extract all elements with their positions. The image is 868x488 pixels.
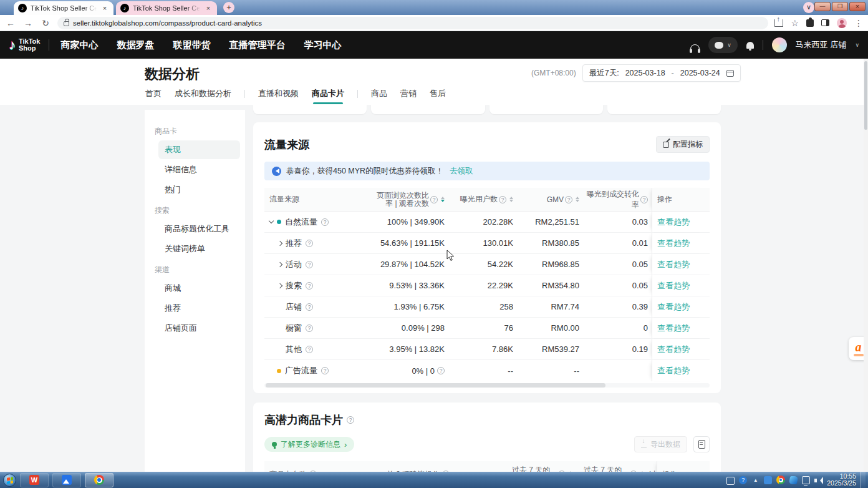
tray-app-icon[interactable]: [764, 476, 772, 484]
help-icon[interactable]: [437, 367, 445, 374]
view-trend-link[interactable]: 查看趋势: [657, 280, 690, 291]
browser-tab-2[interactable]: ♪ TikTok Shop Seller Center | Cr: [116, 1, 217, 15]
help-icon[interactable]: [430, 196, 438, 203]
help-icon[interactable]: [565, 196, 572, 203]
close-tab-icon[interactable]: [100, 4, 109, 12]
tab-aftersale[interactable]: 售后: [430, 88, 446, 104]
browser-profile-avatar[interactable]: [837, 18, 847, 28]
view-trend-link[interactable]: 查看趋势: [657, 238, 690, 249]
topnav-item-seller-center[interactable]: 商家中心: [60, 39, 98, 51]
chevron-right-icon: [344, 440, 347, 449]
tab-live-video[interactable]: 直播和视频: [258, 88, 299, 104]
configure-metrics-button[interactable]: 配置指标: [656, 136, 710, 153]
tab-product-card[interactable]: 商品卡片: [312, 88, 344, 104]
help-icon[interactable]: [306, 346, 313, 353]
tab-products[interactable]: 商品: [371, 88, 387, 104]
shop-name[interactable]: 马来西亚 店铺: [796, 39, 847, 51]
expand-chevron-icon[interactable]: [277, 240, 282, 245]
reload-icon[interactable]: [40, 18, 51, 28]
tab-home[interactable]: 首页: [145, 88, 162, 104]
tab-search-chevron-icon[interactable]: [803, 2, 814, 13]
tray-chrome-icon[interactable]: [776, 476, 785, 484]
sidebar-item-details[interactable]: 详细信息: [158, 160, 240, 179]
minimize-button[interactable]: [814, 2, 831, 11]
topnav-item-academy[interactable]: 学习中心: [304, 39, 341, 51]
report-doc-button[interactable]: [693, 436, 710, 452]
tray-swoosh-icon[interactable]: [789, 476, 799, 484]
expand-chevron-icon[interactable]: [277, 283, 282, 288]
sidebar-item-trending[interactable]: 热门: [158, 180, 240, 199]
horizontal-scrollbar[interactable]: [264, 383, 710, 388]
notifications-bell-icon[interactable]: [746, 42, 754, 49]
view-trend-link[interactable]: 查看趋势: [657, 259, 690, 270]
scrollbar-thumb[interactable]: [864, 61, 867, 130]
url-bar[interactable]: seller.tiktokglobalshop.com/compass/prod…: [57, 17, 768, 29]
expand-chevron-icon[interactable]: [277, 261, 282, 266]
help-icon[interactable]: [321, 218, 329, 226]
claim-coupon-link[interactable]: 去领取: [450, 166, 473, 177]
tray-help-icon[interactable]: [739, 476, 747, 484]
chevron-down-icon[interactable]: [855, 42, 859, 48]
maximize-button[interactable]: [832, 2, 848, 11]
view-trend-link[interactable]: 查看趋势: [657, 344, 690, 355]
sidebar-item-shop-page[interactable]: 店铺页面: [158, 319, 240, 338]
new-tab-button[interactable]: [223, 2, 234, 13]
help-icon[interactable]: [499, 196, 506, 203]
topnav-item-affiliate[interactable]: 联盟带货: [173, 39, 210, 51]
taskbar-chrome-button[interactable]: [85, 473, 113, 487]
bookmark-star-icon[interactable]: [791, 18, 799, 28]
help-icon[interactable]: [306, 261, 313, 268]
help-icon[interactable]: [640, 196, 648, 203]
view-trend-link[interactable]: 查看趋势: [657, 323, 690, 334]
start-button[interactable]: [3, 474, 16, 487]
shop-avatar[interactable]: [772, 37, 787, 52]
view-trend-link[interactable]: 查看趋势: [657, 365, 690, 376]
scrollbar-thumb[interactable]: [266, 383, 605, 388]
tab-marketing[interactable]: 营销: [400, 88, 417, 104]
sort-icon[interactable]: [509, 197, 513, 203]
diagnosis-info-link[interactable]: 了解更多诊断信息: [264, 437, 354, 452]
help-icon[interactable]: [306, 325, 313, 332]
tray-network-icon[interactable]: [802, 476, 810, 484]
share-icon[interactable]: [774, 19, 783, 27]
sort-icon[interactable]: [441, 197, 445, 203]
sidebar-item-title-optimizer[interactable]: 商品标题优化工具: [158, 220, 240, 238]
close-button[interactable]: [849, 2, 866, 11]
sidebar-item-performance[interactable]: 表现: [158, 140, 240, 159]
back-icon[interactable]: [5, 18, 16, 28]
help-icon[interactable]: [306, 282, 313, 290]
browser-menu-icon[interactable]: [854, 18, 863, 28]
show-desktop-button[interactable]: [861, 472, 866, 488]
page-scrollbar[interactable]: [864, 59, 868, 472]
system-tray: 10:55 2025/3/25: [726, 472, 867, 488]
date-range-picker[interactable]: 最近7天: 2025-03-18 - 2025-03-24: [582, 64, 741, 82]
view-trend-link[interactable]: 查看趋势: [657, 301, 690, 313]
close-tab-icon[interactable]: [204, 4, 213, 12]
help-icon[interactable]: [306, 240, 313, 247]
topnav-item-live[interactable]: 直播管理平台: [229, 39, 285, 51]
view-trend-link[interactable]: 查看趋势: [657, 217, 690, 228]
tab-growth[interactable]: 成长和数据分析: [175, 88, 231, 104]
taskbar-app-button[interactable]: [52, 473, 81, 487]
browser-tab-1[interactable]: ♪ TikTok Shop Seller Center | Cr: [14, 1, 113, 15]
sidebar-item-keyword-ranking[interactable]: 关键词榜单: [158, 240, 240, 258]
sort-icon[interactable]: [576, 197, 579, 203]
side-panel-icon[interactable]: [821, 19, 829, 26]
extensions-icon[interactable]: [806, 19, 814, 27]
support-headset-icon[interactable]: [690, 44, 700, 50]
tray-show-hidden-icons[interactable]: [751, 476, 760, 484]
taskbar-wps-button[interactable]: [20, 473, 49, 487]
sidebar-item-recommend[interactable]: 推荐: [158, 299, 240, 318]
topnav-item-compass[interactable]: 数据罗盘: [117, 39, 154, 51]
tray-volume-icon[interactable]: [814, 477, 822, 485]
collapse-chevron-icon[interactable]: [269, 218, 274, 223]
messages-pill[interactable]: [708, 37, 738, 53]
taskbar-clock[interactable]: 10:55 2025/3/25: [827, 473, 856, 487]
sidebar-item-mall[interactable]: 商城: [158, 279, 240, 298]
forward-icon[interactable]: [22, 18, 34, 28]
tray-mail-icon[interactable]: [726, 477, 735, 485]
help-icon[interactable]: [306, 303, 313, 311]
export-data-button[interactable]: 导出数据: [634, 436, 687, 452]
help-icon[interactable]: [321, 367, 329, 374]
help-icon[interactable]: [347, 416, 354, 424]
